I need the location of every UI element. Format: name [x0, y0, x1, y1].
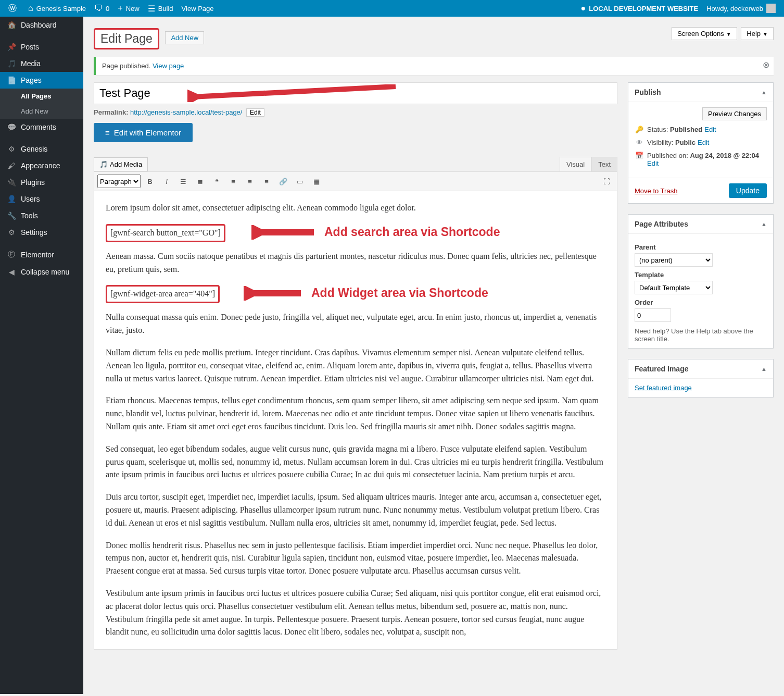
admin-bar: ⓦ ⌂Genesis Sample 🗨0 +New ☰Build View Pa…: [0, 0, 784, 17]
add-new-button[interactable]: Add New: [165, 31, 204, 44]
key-icon: 🔑: [635, 126, 644, 133]
featured-image-box: Featured Image ▲ Set featured image: [628, 359, 774, 397]
menu-settings[interactable]: ⚙Settings: [0, 224, 83, 241]
text-tab[interactable]: Text: [591, 157, 617, 171]
toggle-panel-icon[interactable]: ▲: [761, 366, 767, 372]
format-select[interactable]: Paragraph: [97, 175, 141, 188]
bold-button[interactable]: B: [143, 174, 157, 189]
view-page-link[interactable]: View page: [153, 62, 184, 70]
menu-genesis[interactable]: ⚙Genesis: [0, 141, 83, 157]
shortcode-widget-area: [gwnf-widget-area area="404"]: [106, 285, 220, 303]
bullet-list-button[interactable]: ☰: [176, 174, 191, 189]
parent-select[interactable]: (no parent): [635, 253, 713, 267]
editor-toolbar: Paragraph B I ☰ ≣ ❝ ≡ ≡ ≡ 🔗 ▭ ▦: [94, 171, 617, 191]
visual-tab[interactable]: Visual: [560, 157, 591, 171]
notice-text: Page published.: [102, 62, 150, 70]
align-right-button[interactable]: ≡: [259, 174, 274, 189]
avatar: [766, 4, 776, 13]
menu-elementor[interactable]: ⒺElementor: [0, 246, 83, 264]
content-paragraph: Etiam rhoncus. Maecenas tempus, tellus e…: [106, 394, 605, 433]
elementor-icon: ≡: [105, 128, 110, 137]
page-attributes-box: Page Attributes ▲ Parent (no parent) Tem…: [628, 214, 774, 349]
content-paragraph: Donec mollis hendrerit risus. Phasellus …: [106, 539, 605, 578]
menu-media[interactable]: 🎵Media: [0, 55, 83, 72]
move-to-trash-link[interactable]: Move to Trash: [635, 187, 677, 195]
update-button[interactable]: Update: [729, 183, 767, 198]
menu-appearance[interactable]: 🖌Appearance: [0, 157, 83, 174]
help-button[interactable]: Help▼: [741, 27, 774, 40]
comments-count[interactable]: 🗨0: [90, 0, 113, 17]
italic-button[interactable]: I: [159, 174, 174, 189]
content-paragraph: Vestibulum ante ipsum primis in faucibus…: [106, 587, 605, 639]
publish-box: Publish ▲ Preview Changes 🔑 Status: Publ…: [628, 82, 774, 204]
page-attributes-title: Page Attributes: [635, 220, 688, 228]
align-left-button[interactable]: ≡: [226, 174, 241, 189]
annotation-text: Add search area via Shortcode: [324, 223, 500, 242]
edit-permalink-button[interactable]: Edit: [246, 108, 264, 117]
add-media-button[interactable]: 🎵Add Media: [94, 157, 148, 171]
menu-users[interactable]: 👤Users: [0, 191, 83, 207]
dismiss-notice-icon[interactable]: ⊗: [763, 60, 769, 70]
post-title-input[interactable]: [94, 82, 617, 104]
fullscreen-button[interactable]: ⛶: [599, 174, 614, 189]
content-paragraph: Nullam dictum felis eu pede mollis preti…: [106, 346, 605, 385]
menu-collapse[interactable]: ◀Collapse menu: [0, 264, 83, 280]
site-name[interactable]: ⌂Genesis Sample: [24, 0, 90, 17]
screen-options-button[interactable]: Screen Options▼: [672, 27, 737, 40]
submenu-add-new[interactable]: Add New: [0, 104, 83, 119]
admin-menu: 🏠Dashboard 📌Posts 🎵Media 📄Pages All Page…: [0, 17, 83, 694]
menu-dashboard[interactable]: 🏠Dashboard: [0, 17, 83, 33]
menu-posts[interactable]: 📌Posts: [0, 39, 83, 55]
local-dev-notice: ●LOCAL DEVELOPMENT WEBSITE: [577, 0, 703, 17]
permalink-row: Permalink: http://genesis-sample.local/t…: [94, 108, 617, 117]
content-paragraph: Lorem ipsum dolor sit amet, consectetuer…: [106, 202, 605, 215]
annotation-text: Add Widget area via Shortcode: [311, 284, 488, 303]
help-text: Need help? Use the Help tab above the sc…: [635, 327, 767, 343]
content-editor[interactable]: Lorem ipsum dolor sit amet, consectetuer…: [94, 191, 617, 650]
number-list-button[interactable]: ≣: [193, 174, 207, 189]
menu-pages[interactable]: 📄Pages: [0, 72, 83, 89]
calendar-icon: 📅: [635, 152, 644, 159]
link-button[interactable]: 🔗: [276, 174, 290, 189]
wp-logo[interactable]: ⓦ: [4, 0, 24, 17]
menu-tools[interactable]: 🔧Tools: [0, 207, 83, 224]
edit-visibility-link[interactable]: Edit: [698, 139, 709, 146]
content-paragraph: Duis arcu tortor, suscipit eget, imperdi…: [106, 491, 605, 529]
view-page-link[interactable]: View Page: [178, 0, 218, 17]
set-featured-image-link[interactable]: Set featured image: [635, 384, 692, 392]
build-link[interactable]: ☰Build: [144, 0, 178, 17]
media-icon: 🎵: [99, 160, 108, 168]
featured-image-title: Featured Image: [635, 365, 688, 373]
toggle-panel-icon[interactable]: ▲: [761, 221, 767, 227]
order-input[interactable]: [635, 308, 671, 322]
menu-comments[interactable]: 💬Comments: [0, 119, 83, 135]
edit-status-link[interactable]: Edit: [704, 126, 716, 133]
preview-changes-button[interactable]: Preview Changes: [702, 107, 767, 120]
edit-with-elementor-button[interactable]: ≡ Edit with Elementor: [94, 123, 193, 142]
howdy-account[interactable]: Howdy, deckerweb: [702, 0, 780, 17]
toggle-panel-icon[interactable]: ▲: [761, 89, 767, 95]
template-label: Template: [635, 271, 767, 279]
shortcode-search: [gwnf-search button_text="GO"]: [106, 224, 225, 242]
content-paragraph: Sed consequat, leo eget bibendum sodales…: [106, 443, 605, 481]
template-select[interactable]: Default Template: [635, 281, 713, 294]
toolbar-toggle-button[interactable]: ▦: [309, 174, 324, 189]
quote-button[interactable]: ❝: [209, 174, 224, 189]
publish-box-title: Publish: [635, 88, 661, 96]
parent-label: Parent: [635, 243, 767, 251]
content-paragraph: Nulla consequat massa quis enim. Donec p…: [106, 311, 605, 337]
more-button[interactable]: ▭: [293, 174, 307, 189]
new-content[interactable]: +New: [113, 0, 143, 17]
visibility-icon: 👁: [635, 139, 644, 146]
page-title: Edit Page: [94, 28, 159, 49]
submenu-all-pages[interactable]: All Pages: [0, 89, 83, 104]
success-notice: Page published. View page ⊗: [94, 57, 774, 75]
permalink-link[interactable]: http://genesis-sample.local/test-page/: [130, 108, 242, 116]
align-center-button[interactable]: ≡: [243, 174, 257, 189]
menu-plugins[interactable]: 🔌Plugins: [0, 174, 83, 191]
edit-date-link[interactable]: Edit: [647, 159, 659, 167]
order-label: Order: [635, 299, 767, 306]
annotation-arrow: [251, 225, 319, 240]
annotation-arrow: [244, 286, 306, 301]
content-paragraph: Aenean massa. Cum sociis natoque penatib…: [106, 250, 605, 276]
